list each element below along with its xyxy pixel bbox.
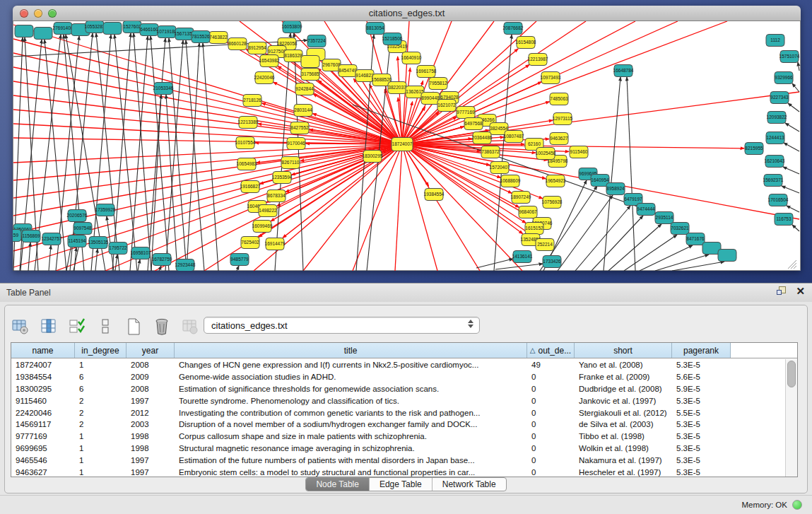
table-cell[interactable]: 0	[527, 397, 575, 405]
table-cell[interactable]: Estimation of significance thresholds fo…	[175, 385, 527, 393]
table-cell[interactable]: 2008	[126, 361, 175, 369]
table-selector-dropdown[interactable]: citations_edges.txt	[204, 317, 480, 334]
table-cell[interactable]: 0	[527, 409, 575, 417]
table-cell[interactable]: Yano et al. (2008)	[575, 361, 672, 369]
table-cell[interactable]: 1	[75, 361, 126, 369]
table-cell[interactable]: Nakamura et al. (1997)	[575, 456, 672, 465]
table-cell[interactable]: Embryonic stem cells: a model to study s…	[175, 468, 527, 477]
table-cell[interactable]: 1	[75, 456, 126, 465]
table-cell[interactable]: 1	[75, 444, 126, 452]
tab-edge-table[interactable]: Edge Table	[369, 478, 432, 491]
table-cell[interactable]: Genome-wide association studies in ADHD.	[175, 373, 527, 381]
select-column-icon[interactable]	[39, 317, 59, 337]
table-cell[interactable]: Wolkin et al. (1998)	[575, 444, 672, 452]
table-cell[interactable]: 49	[527, 361, 575, 369]
table-cell[interactable]: 1997	[126, 397, 175, 405]
table-cell[interactable]: 1998	[126, 432, 175, 440]
table-cell[interactable]: Stergiakouli et al. (2012)	[575, 409, 672, 417]
new-document-icon[interactable]	[124, 317, 143, 337]
table-cell[interactable]: 2009	[126, 373, 175, 381]
table-cell[interactable]: 9699695	[11, 444, 75, 452]
table-row[interactable]: 946554611997Estimation of the future num…	[11, 454, 785, 466]
table-cell[interactable]: Dudbridge et al. (2008)	[575, 385, 672, 393]
table-cell[interactable]: 19384554	[11, 373, 75, 381]
table-row[interactable]: 977716911998Corpus callosum shape and si…	[11, 431, 785, 443]
table-row[interactable]: 911546021997Tourette syndrome. Phenomeno…	[11, 395, 785, 407]
table-cell[interactable]: 5.3E-5	[672, 468, 731, 477]
table-row[interactable]: 2242004622012Investigating the contribut…	[11, 407, 785, 419]
graph-node[interactable]	[718, 250, 736, 262]
resize-grip[interactable]	[791, 263, 796, 269]
table-cell[interactable]: Disruption of a novel member of a sodium…	[175, 420, 527, 428]
table-cell[interactable]: 2003	[126, 420, 175, 428]
network-graph-canvas[interactable]: 1872400774638228660128891295418226058912…	[13, 21, 801, 271]
tab-network-table[interactable]: Network Table	[432, 478, 506, 491]
table-cell[interactable]: 1997	[126, 456, 175, 465]
scrollbar-thumb[interactable]	[787, 361, 796, 387]
close-panel-icon[interactable]: ✕	[796, 286, 805, 296]
table-cell[interactable]: 2012	[126, 409, 175, 417]
graph-node[interactable]	[301, 56, 319, 68]
column-header-short[interactable]: short	[575, 343, 672, 358]
table-cell[interactable]: 18724007	[11, 361, 75, 369]
column-header-title[interactable]: title	[175, 343, 527, 358]
table-cell[interactable]: 1997	[126, 468, 175, 477]
tab-node-table[interactable]: Node Table	[306, 478, 369, 491]
table-cell[interactable]: 5.5E-5	[672, 409, 731, 417]
table-cell[interactable]: 5.3E-5	[672, 456, 731, 465]
table-cell[interactable]: 2	[75, 397, 126, 405]
table-cell[interactable]: Jankovic et al. (1997)	[575, 397, 672, 405]
trash-icon[interactable]	[152, 317, 172, 337]
table-cell[interactable]: 9463627	[11, 468, 75, 477]
table-cell[interactable]: 9777169	[11, 432, 75, 440]
table-vertical-scrollbar[interactable]	[785, 359, 797, 477]
table-cell[interactable]: 0	[527, 456, 575, 465]
network-canvas-area[interactable]: 1872400774638228660128891295418226058912…	[13, 21, 801, 271]
table-row[interactable]: 969969511998Structural magnetic resonanc…	[11, 443, 785, 455]
table-cell[interactable]: 1998	[126, 444, 175, 452]
memory-status-indicator[interactable]	[792, 500, 802, 510]
column-header-in_degree[interactable]: in_degree	[75, 343, 126, 358]
table-cell[interactable]: Tibbo et al. (1998)	[575, 432, 672, 440]
table-row[interactable]: 946362711997Embryonic stem cells: a mode…	[11, 466, 785, 477]
table-cell[interactable]: 2008	[126, 385, 175, 393]
table-cell[interactable]: 0	[527, 373, 575, 381]
table-cell[interactable]: Franke et al. (2009)	[575, 373, 672, 381]
table-cell[interactable]: 5.3E-5	[672, 432, 731, 440]
table-cell[interactable]: 22420046	[11, 409, 75, 417]
table-cell[interactable]: 14569117	[11, 420, 75, 428]
table-cell[interactable]: 5.9E-5	[672, 385, 731, 393]
table-cell[interactable]: 18300295	[11, 385, 75, 393]
table-settings-icon[interactable]	[11, 317, 30, 337]
window-titlebar[interactable]: citations_edges.txt	[13, 6, 801, 21]
row-merge-icon[interactable]	[95, 317, 115, 337]
table-cell[interactable]: 2	[75, 420, 126, 428]
table-row[interactable]: 1938455462009Genome-wide association stu…	[11, 371, 785, 383]
validate-rows-icon[interactable]	[67, 317, 87, 337]
graph-node[interactable]	[15, 25, 33, 37]
table-cell[interactable]: 0	[527, 420, 575, 428]
table-cell[interactable]: 2	[75, 409, 126, 417]
table-cell[interactable]: 0	[527, 432, 575, 440]
table-cell[interactable]: 5.3E-5	[672, 361, 731, 369]
table-cell[interactable]: 9115460	[11, 397, 75, 405]
table-cell[interactable]: 0	[527, 468, 575, 477]
column-header-pagerank[interactable]: pagerank	[672, 343, 731, 358]
table-cell[interactable]: 5.3E-5	[672, 444, 731, 452]
table-cell[interactable]: 5.6E-5	[672, 373, 731, 381]
table-cell[interactable]: Hescheler et al. (1997)	[575, 468, 672, 477]
float-panel-icon[interactable]	[777, 286, 786, 296]
table-row[interactable]: 1830029562008Estimation of significance …	[11, 383, 785, 395]
table-cell[interactable]: Changes of HCN gene expression and I(f) …	[175, 361, 527, 369]
table-cell[interactable]: Investigating the contribution of common…	[175, 409, 527, 417]
table-cell[interactable]: 9465546	[11, 456, 75, 465]
graph-node[interactable]	[34, 28, 52, 40]
table-cell[interactable]: Tourette syndrome. Phenomenology and cla…	[175, 397, 527, 405]
table-cell[interactable]: Structural magnetic resonance image aver…	[175, 444, 527, 452]
table-cell[interactable]: 0	[527, 385, 575, 393]
table-cell[interactable]: 1	[75, 432, 126, 440]
column-header-name[interactable]: name	[11, 343, 75, 358]
resize-grip[interactable]	[794, 266, 796, 269]
table-cell[interactable]: Estimation of the future numbers of pati…	[175, 456, 527, 465]
graph-node[interactable]	[103, 23, 122, 35]
